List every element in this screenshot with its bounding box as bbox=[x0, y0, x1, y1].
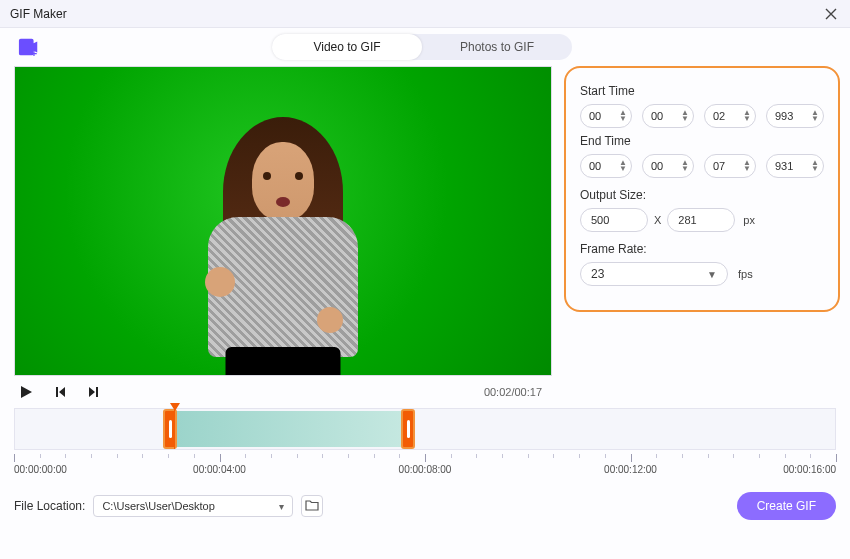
start-time-label: Start Time bbox=[580, 84, 824, 98]
chevron-down-icon: ▼ bbox=[707, 269, 717, 280]
file-location-select[interactable]: C:\Users\User\Desktop ▾ bbox=[93, 495, 293, 517]
window-title: GIF Maker bbox=[10, 7, 67, 21]
app-logo-icon: + bbox=[18, 36, 40, 58]
folder-icon bbox=[305, 499, 319, 514]
play-icon[interactable] bbox=[18, 384, 34, 400]
playhead-line bbox=[174, 409, 175, 449]
start-seconds-stepper[interactable]: 02▲▼ bbox=[704, 104, 756, 128]
create-gif-button[interactable]: Create GIF bbox=[737, 492, 836, 520]
playhead-icon[interactable] bbox=[170, 403, 180, 411]
frame-rate-select[interactable]: 23 ▼ bbox=[580, 262, 728, 286]
end-hours-stepper[interactable]: 00▲▼ bbox=[580, 154, 632, 178]
end-seconds-stepper[interactable]: 07▲▼ bbox=[704, 154, 756, 178]
selection-end-handle[interactable] bbox=[401, 409, 415, 449]
ruler-label: 00:00:16:00 bbox=[783, 464, 836, 475]
ruler-label: 00:00:12:00 bbox=[604, 464, 657, 475]
end-time-label: End Time bbox=[580, 134, 824, 148]
frame-rate-unit: fps bbox=[738, 268, 753, 280]
ruler-label: 00:00:08:00 bbox=[399, 464, 452, 475]
ruler-label: 00:00:00:00 bbox=[14, 464, 67, 475]
file-location-label: File Location: bbox=[14, 499, 85, 513]
video-preview bbox=[14, 66, 552, 376]
end-minutes-stepper[interactable]: 00▲▼ bbox=[642, 154, 694, 178]
close-icon[interactable] bbox=[822, 5, 840, 23]
prev-frame-icon[interactable] bbox=[52, 384, 68, 400]
start-ms-stepper[interactable]: 993▲▼ bbox=[766, 104, 824, 128]
tab-photos-to-gif[interactable]: Photos to GIF bbox=[422, 34, 572, 60]
output-width-field[interactable]: 500 bbox=[580, 208, 648, 232]
output-size-label: Output Size: bbox=[580, 188, 824, 202]
output-height-field[interactable]: 281 bbox=[667, 208, 735, 232]
frame-rate-label: Frame Rate: bbox=[580, 242, 824, 256]
mode-tabs: Video to GIF Photos to GIF bbox=[272, 34, 572, 60]
start-minutes-stepper[interactable]: 00▲▼ bbox=[642, 104, 694, 128]
ruler-label: 00:00:04:00 bbox=[193, 464, 246, 475]
timeline-ruler: 00:00:00:00 00:00:04:00 00:00:08:00 00:0… bbox=[14, 454, 836, 482]
chevron-down-icon: ▾ bbox=[279, 501, 284, 512]
end-ms-stepper[interactable]: 931▲▼ bbox=[766, 154, 824, 178]
time-display: 00:02/00:17 bbox=[484, 386, 548, 398]
dimension-separator: X bbox=[654, 214, 661, 226]
settings-panel: Start Time 00▲▼ 00▲▼ 02▲▼ 993▲▼ End Time… bbox=[564, 66, 840, 312]
dimension-unit: px bbox=[743, 214, 755, 226]
browse-folder-button[interactable] bbox=[301, 495, 323, 517]
svg-text:+: + bbox=[31, 47, 37, 58]
next-frame-icon[interactable] bbox=[86, 384, 102, 400]
timeline-track[interactable] bbox=[14, 408, 836, 450]
timeline-selection bbox=[163, 411, 401, 447]
tab-video-to-gif[interactable]: Video to GIF bbox=[272, 34, 422, 60]
start-hours-stepper[interactable]: 00▲▼ bbox=[580, 104, 632, 128]
